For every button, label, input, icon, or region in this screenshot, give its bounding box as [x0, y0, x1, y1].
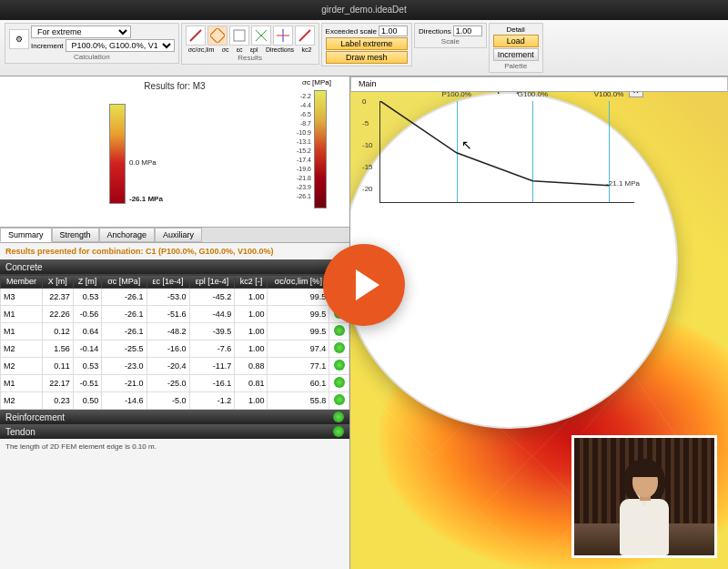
- check-ok-icon: [334, 394, 345, 405]
- col-header: Member: [1, 275, 43, 289]
- exceeded-input[interactable]: [379, 25, 408, 36]
- result-sc-icon[interactable]: [207, 25, 228, 46]
- scale-group: Exceeded scale Label extreme Draw mesh: [321, 23, 412, 66]
- increment-label: Increment: [31, 42, 64, 50]
- table-row[interactable]: M20.110.53-23.0-20.4-11.70.8877.1: [1, 358, 349, 375]
- label-extreme-button[interactable]: Label extreme: [326, 37, 408, 50]
- col-header: εc [1e-4]: [147, 275, 189, 289]
- tabstrip: Summary Strength Anchorage Auxiliary: [0, 228, 349, 243]
- col-header: kc2 [-]: [235, 275, 268, 289]
- col-header: εpl [1e-4]: [189, 275, 235, 289]
- calc-group: ⚙ For extreme Increment P100.0%, G100.0%…: [5, 23, 179, 64]
- mouse-cursor-icon: ↖: [461, 137, 472, 152]
- reinforcement-header[interactable]: Reinforcement: [0, 410, 349, 424]
- tab-anchorage[interactable]: Anchorage: [99, 228, 156, 242]
- increment-dropdown[interactable]: P100.0%, G100.0%, V100.0%: [66, 39, 175, 52]
- col-header: Z [m]: [73, 275, 102, 289]
- svg-rect-1: [234, 30, 245, 41]
- table-row[interactable]: M20.230.50-14.6-5.0-1.21.0055.8: [1, 392, 349, 410]
- tendon-header[interactable]: Tendon: [0, 424, 349, 439]
- scale-title: σc [MPa]: [302, 78, 331, 86]
- fem-note: The length of 2D FEM element edge is 0.1…: [0, 439, 349, 454]
- results-group: σc/σc,lim σc εc εpl Directions kc2 Resul…: [181, 23, 319, 65]
- check-ok-icon: [334, 377, 345, 388]
- calc-group-label: Calculation: [9, 53, 175, 61]
- col-header: X [m]: [42, 275, 73, 289]
- svg-rect-0: [210, 28, 225, 43]
- check-ok-icon: [333, 412, 344, 422]
- play-button[interactable]: [323, 244, 405, 326]
- load-button[interactable]: Load: [493, 35, 539, 47]
- increment-button[interactable]: Increment: [493, 48, 539, 61]
- svg-line-6: [299, 30, 310, 41]
- color-scale: [314, 90, 327, 208]
- calculate-icon[interactable]: ⚙: [9, 29, 29, 49]
- stress-chart: σc [MPa] ✕ 0 -5 -10 -15 -20 P100.0% G100…: [361, 92, 643, 203]
- col-header: σc [MPa]: [102, 275, 147, 289]
- zoom-circle: σc [MPa] ✕ 0 -5 -10 -15 -20 P100.0% G100…: [350, 92, 678, 429]
- tab-auxiliary[interactable]: Auxiliary: [155, 228, 202, 242]
- extreme-dropdown[interactable]: For extreme: [31, 25, 131, 38]
- stress-gauge: [109, 104, 126, 204]
- presenter-video: [571, 435, 717, 558]
- table-row[interactable]: M10.120.64-26.1-48.2-39.51.0099.5: [1, 323, 349, 340]
- check-ok-icon: [334, 342, 345, 353]
- tab-main[interactable]: Main: [350, 76, 728, 91]
- result-directions-icon[interactable]: [273, 25, 293, 46]
- close-icon[interactable]: ✕: [629, 92, 643, 97]
- results-table: MemberX [m]Z [m]σc [MPa]εc [1e-4]εpl [1e…: [0, 274, 349, 410]
- tab-summary[interactable]: Summary: [0, 228, 52, 242]
- check-ok-icon: [334, 360, 345, 371]
- tab-strength[interactable]: Strength: [52, 228, 99, 242]
- table-row[interactable]: M122.26-0.56-26.1-51.6-44.91.0099.5: [1, 306, 349, 323]
- directions-input[interactable]: [453, 25, 482, 36]
- result-kc2-icon[interactable]: [295, 25, 315, 46]
- chart-line: [380, 101, 634, 201]
- table-row[interactable]: M322.370.53-26.1-53.0-45.21.0099.5: [1, 289, 349, 306]
- table-row[interactable]: M122.17-0.51-21.0-25.0-16.10.8160.1: [1, 375, 349, 392]
- results-group-label: Results: [186, 54, 315, 62]
- result-ec-icon[interactable]: [229, 25, 249, 46]
- check-ok-icon: [334, 325, 345, 336]
- window-titlebar: girder_demo.ideaDet: [0, 0, 728, 20]
- concrete-header[interactable]: Concrete: [0, 259, 349, 274]
- check-ok-icon: [333, 426, 344, 437]
- table-row[interactable]: M21.56-0.14-25.5-16.0-7.61.0097.4: [1, 340, 349, 358]
- draw-mesh-button[interactable]: Draw mesh: [326, 51, 408, 64]
- directions-group: Directions Scale: [414, 23, 487, 48]
- result-epl-icon[interactable]: [251, 25, 271, 46]
- results-pane: Results for: M3 0.0 MPa -26.1 MPa σc [MP…: [0, 76, 349, 227]
- palette-group: Detail Load Increment Palette: [489, 23, 543, 73]
- result-sclim-icon[interactable]: [186, 25, 206, 46]
- col-header: σc/σc,lim [%]: [268, 275, 329, 289]
- combo-line: Results presented for combination: C1 (P…: [0, 243, 349, 259]
- ribbon-toolbar: ⚙ For extreme Increment P100.0%, G100.0%…: [0, 20, 728, 76]
